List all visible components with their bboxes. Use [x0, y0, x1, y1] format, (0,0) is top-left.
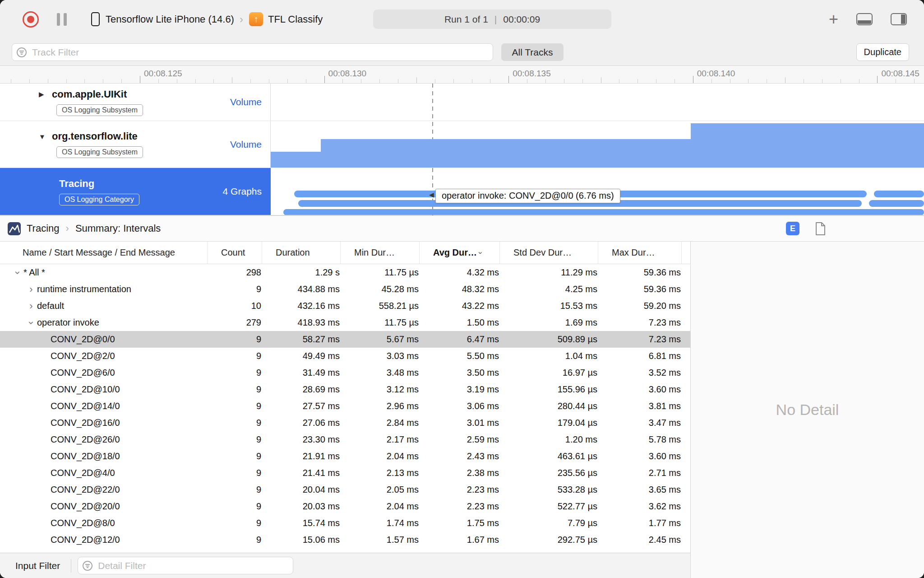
disclosure-collapsed-icon[interactable]: ▶	[39, 90, 52, 98]
volume-graph-segment[interactable]	[321, 139, 691, 168]
toggle-inspector-pane-button[interactable]	[891, 13, 907, 25]
all-tracks-button[interactable]: All Tracks	[501, 43, 564, 61]
cell-avg: 1.50 ms	[420, 317, 500, 328]
column-header-max[interactable]: Max Dur…	[598, 242, 682, 264]
table-row[interactable]: ›CONV_2D@0/0958.27 ms5.67 ms6.47 ms509.8…	[0, 331, 690, 348]
column-header-count[interactable]: Count	[208, 242, 262, 264]
cell-max: 3.47 ms	[598, 418, 682, 428]
table-row[interactable]: ›CONV_2D@20/0920.03 ms2.04 ms2.23 ms522.…	[0, 498, 690, 515]
table-row[interactable]: ›CONV_2D@22/0920.04 ms2.05 ms2.23 ms533.…	[0, 481, 690, 498]
breadcrumb-root[interactable]: Tracing	[27, 223, 60, 234]
column-header-name[interactable]: Name / Start Message / End Message	[0, 242, 208, 264]
cell-count: 279	[208, 317, 262, 328]
track-row-uikit[interactable]: ▶ com.apple.UIKit OS Logging Subsystem V…	[0, 84, 924, 121]
row-name: CONV_2D@8/0	[51, 518, 115, 528]
table-row[interactable]: ›CONV_2D@18/0921.91 ms2.04 ms2.43 ms463.…	[0, 448, 690, 465]
app-name[interactable]: TFL Classify	[268, 14, 323, 25]
interval-bar[interactable]	[283, 209, 924, 215]
duplicate-button[interactable]: Duplicate	[856, 43, 909, 61]
cell-max: 1.77 ms	[598, 518, 682, 528]
track-area: ▶ com.apple.UIKit OS Logging Subsystem V…	[0, 84, 924, 215]
table-row[interactable]: ›CONV_2D@14/0927.57 ms2.96 ms3.06 ms280.…	[0, 398, 690, 415]
timeline-ruler[interactable]: 00:08.12500:08.13000:08.13500:08.14000:0…	[0, 66, 924, 84]
cell-count: 9	[208, 434, 262, 445]
table-row[interactable]: ›CONV_2D@12/0915.06 ms1.57 ms1.67 ms292.…	[0, 531, 690, 548]
disclosure-expanded-icon[interactable]: ▼	[39, 133, 52, 140]
track-lane-tensorflow[interactable]	[271, 121, 924, 168]
track-head-uikit[interactable]: ▶ com.apple.UIKit OS Logging Subsystem V…	[0, 84, 271, 121]
table-row[interactable]: ›* All *2981.29 s11.75 µs4.32 ms11.29 ms…	[0, 264, 690, 281]
ruler-tick	[675, 79, 675, 83]
cell-count: 9	[208, 284, 262, 294]
cell-min: 1.74 ms	[341, 518, 420, 528]
cell-count: 9	[208, 451, 262, 461]
table-row[interactable]: ›CONV_2D@2/0949.49 ms3.03 ms5.50 ms1.04 …	[0, 348, 690, 364]
track-row-tracing[interactable]: Tracing OS Logging Category 4 Graphs ◀ o…	[0, 168, 924, 215]
cell-std: 1.04 ms	[500, 351, 598, 361]
table-row[interactable]: ›CONV_2D@8/0915.74 ms1.74 ms1.75 ms7.79 …	[0, 515, 690, 531]
track-lane-tracing[interactable]: ◀ operator invoke: CONV_2D@0/0 (6.76 ms)	[271, 168, 924, 215]
table-row[interactable]: ›CONV_2D@4/0921.41 ms2.13 ms2.38 ms235.5…	[0, 465, 690, 481]
column-header-min[interactable]: Min Dur…	[341, 242, 420, 264]
cell-count: 9	[208, 501, 262, 512]
table-row[interactable]: ›CONV_2D@16/0927.06 ms2.84 ms3.01 ms179.…	[0, 415, 690, 431]
cell-duration: 1.29 s	[262, 267, 341, 278]
table-row[interactable]: ›operator invoke279418.93 ms11.75 µs1.50…	[0, 314, 690, 331]
column-header-stddev[interactable]: Std Dev Dur…	[500, 242, 598, 264]
cell-std: 1.20 ms	[500, 434, 598, 445]
interval-bar[interactable]	[869, 200, 924, 207]
track-head-tensorflow[interactable]: ▼ org.tensorflow.lite OS Logging Subsyst…	[0, 121, 271, 168]
ruler-tick	[121, 79, 122, 83]
cell-std: 7.79 µs	[500, 518, 598, 528]
table-row[interactable]: ›default10432.16 ms558.21 µs43.22 ms15.5…	[0, 298, 690, 314]
ruler-tick	[564, 79, 564, 83]
track-lane-uikit[interactable]	[271, 84, 924, 121]
cell-min: 11.75 µs	[341, 317, 420, 328]
input-filter-label[interactable]: Input Filter	[15, 560, 60, 571]
interval-bar[interactable]	[874, 191, 924, 197]
cell-duration: 58.27 ms	[262, 334, 341, 345]
device-name[interactable]: Tensorflow Lite iPhone (14.6)	[106, 14, 234, 25]
ruler-tick	[896, 79, 896, 83]
table-header: Name / Start Message / End Message Count…	[0, 242, 690, 264]
ruler-tick	[250, 79, 251, 83]
document-icon[interactable]	[815, 222, 826, 236]
breadcrumb-page[interactable]: Summary: Intervals	[75, 223, 161, 234]
cell-std: 179.04 µs	[500, 418, 598, 428]
volume-graph-segment[interactable]	[691, 123, 924, 168]
track-filter-input[interactable]	[12, 43, 493, 61]
ruler-tick	[711, 79, 712, 83]
ruler-tick	[140, 76, 140, 83]
column-header-avg-label: Avg Dur…	[433, 247, 477, 258]
pause-button[interactable]	[57, 13, 67, 26]
cell-std: 280.44 µs	[500, 401, 598, 411]
record-button[interactable]	[23, 11, 39, 28]
track-meta: Volume	[230, 97, 262, 107]
track-head-tracing[interactable]: Tracing OS Logging Category 4 Graphs	[0, 168, 271, 215]
row-name: CONV_2D@14/0	[51, 401, 120, 411]
toggle-bottom-pane-button[interactable]	[856, 13, 873, 25]
row-disclosure-chevron[interactable]: ›	[25, 284, 37, 295]
detail-filter-input[interactable]	[78, 557, 293, 574]
cell-min: 5.67 ms	[341, 334, 420, 345]
volume-graph-segment[interactable]	[271, 152, 321, 168]
view-mode-toggle-button[interactable]: E	[786, 222, 799, 235]
table-row[interactable]: ›CONV_2D@26/0923.30 ms2.17 ms2.59 ms1.20…	[0, 431, 690, 448]
row-disclosure-chevron[interactable]: ›	[25, 300, 37, 312]
row-disclosure-chevron[interactable]: ›	[25, 317, 37, 329]
table-row[interactable]: ›CONV_2D@10/0928.69 ms3.12 ms3.19 ms155.…	[0, 381, 690, 398]
cell-std: 509.89 µs	[500, 334, 598, 345]
cell-min: 2.04 ms	[341, 451, 420, 461]
column-header-avg[interactable]: Avg Dur… ›	[420, 242, 500, 264]
add-instrument-button[interactable]: +	[829, 11, 838, 28]
column-header-duration[interactable]: Duration	[262, 242, 341, 264]
table-row[interactable]: ›runtime instrumentation9434.88 ms45.28 …	[0, 281, 690, 298]
table-row[interactable]: ›CONV_2D@6/0931.49 ms3.48 ms3.50 ms16.97…	[0, 364, 690, 381]
cell-min: 2.84 ms	[341, 418, 420, 428]
tooltip-arrow-icon: ◀	[429, 191, 434, 198]
row-disclosure-chevron[interactable]: ›	[12, 267, 23, 279]
ruler-tick	[66, 79, 67, 83]
ruler-tick	[342, 79, 343, 83]
track-row-tensorflow[interactable]: ▼ org.tensorflow.lite OS Logging Subsyst…	[0, 121, 924, 168]
row-name: CONV_2D@4/0	[51, 468, 115, 478]
